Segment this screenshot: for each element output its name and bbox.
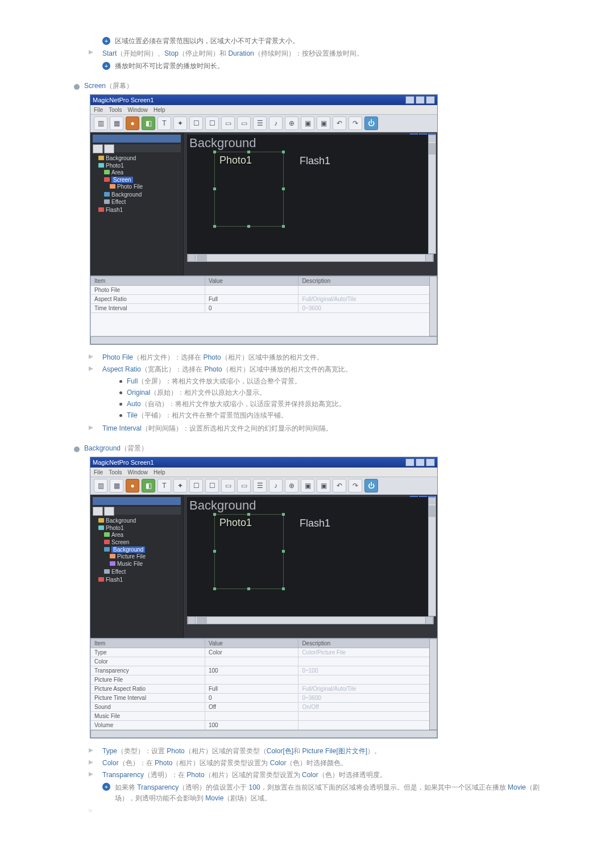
- tool-button[interactable]: ▥: [94, 116, 107, 130]
- tool-button[interactable]: ⊕: [285, 479, 298, 493]
- tool-button[interactable]: ▦: [110, 116, 123, 130]
- table-row[interactable]: Time Interval00~3600: [91, 304, 437, 313]
- close-button[interactable]: [426, 458, 435, 466]
- tree-item[interactable]: Effect: [104, 568, 181, 575]
- tree-tabs[interactable]: [93, 144, 181, 152]
- tool-button[interactable]: ☐: [205, 479, 219, 493]
- tree-tabs[interactable]: [93, 507, 181, 515]
- tool-button[interactable]: ♪: [269, 116, 283, 130]
- tree-item[interactable]: Area: [104, 531, 181, 539]
- horizontal-scrollbar[interactable]: [187, 254, 434, 262]
- tree-item[interactable]: Photo File: [110, 183, 181, 190]
- tool-button[interactable]: ▭: [237, 116, 251, 130]
- minimize-button[interactable]: [405, 96, 414, 104]
- menu-item[interactable]: Tools: [109, 469, 122, 475]
- tree-item[interactable]: Background: [98, 155, 181, 162]
- maximize-button[interactable]: [416, 458, 425, 466]
- tool-button[interactable]: ⏻: [364, 479, 378, 493]
- photo-zone[interactable]: Photo1: [214, 152, 284, 227]
- tool-button[interactable]: ⏻: [364, 116, 378, 130]
- table-row[interactable]: Picture File: [91, 675, 437, 685]
- tool-button[interactable]: ▭: [221, 479, 235, 493]
- menu-bar[interactable]: File Tools Window Help: [90, 468, 437, 477]
- table-row[interactable]: Picture Time Interval00~3600: [91, 694, 437, 703]
- table-row[interactable]: Transparency1000~100: [91, 666, 437, 675]
- tree-item[interactable]: Flash1: [98, 206, 181, 214]
- tool-button[interactable]: ↷: [349, 479, 362, 493]
- tree-item[interactable]: Photo1AreaScreenPhoto FileBackgroundEffe…: [98, 162, 181, 206]
- tree-item[interactable]: Music File: [110, 560, 181, 567]
- window-titlebar[interactable]: MagicNetPro Screen1: [90, 95, 437, 105]
- tree-item[interactable]: Screen: [104, 539, 181, 546]
- col-item: Item: [91, 277, 205, 286]
- tree-item-icon: [110, 561, 115, 566]
- tool-button[interactable]: ●: [126, 116, 139, 130]
- tool-button[interactable]: ✦: [173, 479, 187, 493]
- tool-button[interactable]: ☐: [205, 116, 219, 130]
- menu-item[interactable]: File: [94, 107, 103, 113]
- tool-button[interactable]: ↷: [349, 116, 362, 130]
- tool-button[interactable]: ▣: [317, 116, 330, 130]
- prop-vscroll[interactable]: [429, 639, 437, 730]
- tool-button[interactable]: T: [157, 116, 171, 130]
- tool-button[interactable]: ↶: [333, 479, 346, 493]
- window-titlebar[interactable]: MagicNetPro Screen1: [90, 457, 437, 468]
- tool-button[interactable]: ▭: [221, 116, 235, 130]
- table-row[interactable]: Photo File: [91, 286, 437, 295]
- menu-item[interactable]: Help: [154, 107, 165, 113]
- menu-item[interactable]: Tools: [109, 107, 122, 113]
- menu-item[interactable]: Window: [127, 469, 148, 475]
- menu-item[interactable]: Window: [127, 107, 148, 113]
- tool-button[interactable]: ☐: [189, 116, 203, 130]
- table-row[interactable]: Aspect RatioFullFull/Original/Auto/Tile: [91, 295, 437, 304]
- tool-button[interactable]: ♪: [269, 479, 283, 493]
- tool-button[interactable]: ◧: [142, 116, 155, 130]
- tree-item[interactable]: Photo1AreaScreenBackgroundPicture FileMu…: [98, 524, 181, 576]
- menu-bar[interactable]: File Tools Window Help: [90, 105, 437, 114]
- vertical-scrollbar[interactable]: [428, 497, 436, 616]
- tree-item[interactable]: Flash1: [98, 576, 181, 583]
- tree-item[interactable]: Picture File: [110, 553, 181, 560]
- arrow-icon: [89, 760, 98, 765]
- maximize-button[interactable]: [416, 96, 425, 104]
- prop-vscroll[interactable]: [429, 276, 437, 336]
- tree-item[interactable]: Background: [98, 517, 181, 524]
- tool-button[interactable]: ▣: [301, 116, 314, 130]
- table-row[interactable]: TypeColorColor/Picture File: [91, 648, 437, 657]
- menu-item[interactable]: File: [94, 469, 103, 475]
- tree-item[interactable]: ScreenPhoto File: [104, 176, 181, 191]
- tool-button[interactable]: ✦: [173, 116, 187, 130]
- prop-hscroll[interactable]: [90, 730, 437, 738]
- tree-item[interactable]: Effect: [104, 198, 181, 206]
- tree-item[interactable]: Area: [104, 169, 181, 176]
- flash-zone-label: Flash1: [295, 153, 335, 169]
- tool-button[interactable]: ◧: [142, 479, 155, 493]
- tool-button[interactable]: ▭: [237, 479, 251, 493]
- cell-desc: 0~3600: [298, 694, 437, 703]
- tool-button[interactable]: T: [157, 479, 171, 493]
- tool-button[interactable]: ▥: [94, 479, 107, 493]
- tree-item[interactable]: BackgroundPicture FileMusic File: [104, 546, 181, 568]
- table-row[interactable]: Music File: [91, 712, 437, 721]
- table-row[interactable]: Picture Aspect RatioFullFull/Original/Au…: [91, 685, 437, 694]
- table-row[interactable]: Volume100: [91, 721, 437, 730]
- tool-button[interactable]: ☰: [253, 479, 267, 493]
- vertical-scrollbar[interactable]: [428, 135, 436, 254]
- tool-button[interactable]: ▣: [317, 479, 330, 493]
- tool-button[interactable]: ▦: [110, 479, 123, 493]
- tool-button[interactable]: ☐: [189, 479, 203, 493]
- close-button[interactable]: [426, 96, 435, 104]
- menu-item[interactable]: Help: [154, 469, 165, 475]
- tree-item[interactable]: Background: [104, 191, 181, 198]
- tool-button[interactable]: ⊕: [285, 116, 298, 130]
- horizontal-scrollbar[interactable]: [187, 616, 434, 624]
- tool-button[interactable]: ↶: [333, 116, 346, 130]
- minimize-button[interactable]: [405, 458, 414, 466]
- photo-zone[interactable]: Photo1: [214, 514, 284, 589]
- tool-button[interactable]: ▣: [301, 479, 314, 493]
- table-row[interactable]: SoundOffOn/Off: [91, 703, 437, 712]
- tool-button[interactable]: ●: [126, 479, 139, 493]
- table-row[interactable]: Color: [91, 657, 437, 666]
- tool-button[interactable]: ☰: [253, 116, 267, 130]
- prop-hscroll[interactable]: [90, 336, 437, 344]
